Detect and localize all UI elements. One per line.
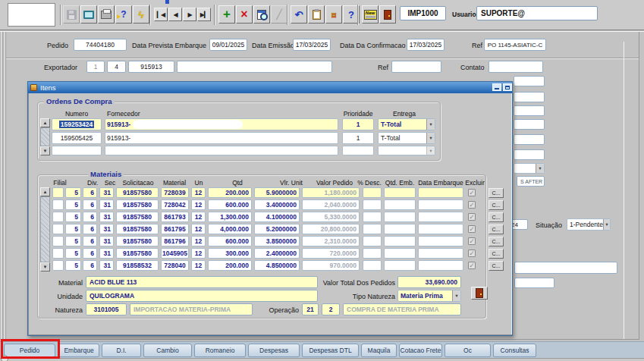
delete-record-button[interactable]: × <box>236 5 253 24</box>
chevron-down-icon[interactable]: ▼ <box>426 119 435 130</box>
tab-d-i[interactable]: D.I. <box>102 344 141 357</box>
background-field[interactable] <box>514 134 545 145</box>
materiais-cell[interactable] <box>52 187 64 198</box>
materiais-cell[interactable]: 6 <box>83 260 97 271</box>
materiais-cell[interactable]: 91857580 <box>116 212 159 222</box>
data-emissao-field[interactable]: 17/03/2025 <box>293 39 331 51</box>
undo-button[interactable]: ↶ <box>291 5 307 24</box>
materiais-cell[interactable] <box>363 248 382 259</box>
data-prevista-field[interactable]: 09/01/2025 <box>209 39 247 51</box>
excluir-checkbox[interactable]: ✓ <box>468 213 476 221</box>
materiais-cell[interactable]: 6 <box>83 199 97 210</box>
background-field[interactable] <box>514 76 545 86</box>
materiais-cell[interactable]: 31 <box>99 224 114 234</box>
situacao-combo[interactable]: 1-Pendente▼ <box>567 218 611 231</box>
print-button[interactable] <box>98 5 115 24</box>
materiais-cell[interactable]: 300.000 <box>208 248 252 259</box>
materiais-cell[interactable]: 6 <box>83 187 97 198</box>
screen-button[interactable] <box>80 5 97 24</box>
materiais-cell[interactable]: 5 <box>65 187 81 198</box>
materiais-cell[interactable]: 200.000 <box>208 187 252 198</box>
execute-button[interactable]: ϟ <box>133 5 149 24</box>
background-small-field[interactable] <box>514 278 554 288</box>
materiais-cell[interactable]: 5.2000000 <box>254 224 300 234</box>
materiais-cell[interactable]: 3.4000000 <box>254 199 300 210</box>
ordens-fornecedor-cell[interactable]: 915913- <box>105 118 338 130</box>
ordens-numero-cell[interactable]: 159505425 <box>52 132 102 144</box>
ordens-numero-cell[interactable] <box>52 146 102 155</box>
row-detail-button[interactable]: C... <box>488 249 504 259</box>
row-detail-button[interactable]: C... <box>488 224 504 234</box>
materiais-cell[interactable]: 6 <box>83 248 97 259</box>
close-detail-button[interactable] <box>471 287 488 300</box>
materiais-cell[interactable] <box>384 248 416 259</box>
tab-cotacao-frete[interactable]: Cotacao Frete <box>399 344 442 357</box>
materiais-cell[interactable] <box>52 224 64 234</box>
materiais-cell[interactable] <box>418 212 463 222</box>
add-record-button[interactable]: + <box>218 5 235 24</box>
materiais-cell[interactable]: 970.0000 <box>302 260 360 271</box>
materiais-cell[interactable]: 2,040.0000 <box>302 199 360 210</box>
materiais-cell[interactable] <box>384 187 416 198</box>
materiais-cell[interactable]: 91857580 <box>116 224 159 234</box>
nav-prev-button[interactable]: ◀ <box>168 8 182 21</box>
materiais-cell[interactable]: 4.8500000 <box>254 260 300 271</box>
materiais-cell[interactable] <box>418 260 463 271</box>
row-detail-button[interactable]: C... <box>488 261 504 271</box>
materiais-cell[interactable]: 12 <box>191 187 206 198</box>
tab-cambio[interactable]: Cambio <box>143 344 192 357</box>
materiais-cell[interactable]: 31 <box>99 248 114 259</box>
help-search-button[interactable]: ? <box>115 5 132 24</box>
materiais-cell[interactable]: 31 <box>99 212 114 222</box>
materiais-cell[interactable]: 600.000 <box>208 236 252 246</box>
tab-consultas[interactable]: Consultas <box>493 344 536 357</box>
materiais-cell[interactable] <box>363 187 382 198</box>
chevron-down-icon[interactable]: ▼ <box>452 290 460 301</box>
materiais-cell[interactable] <box>418 199 463 210</box>
excluir-checkbox[interactable]: ✓ <box>468 262 476 269</box>
currency-button[interactable]: ¤ <box>325 5 342 24</box>
ordens-prioridade-cell[interactable]: 1 <box>342 118 374 130</box>
materiais-cell[interactable]: 4.1000000 <box>254 212 300 222</box>
materiais-cell[interactable]: 728039 <box>161 187 189 198</box>
excluir-checkbox[interactable]: ✓ <box>468 201 476 209</box>
materiais-cell[interactable] <box>418 224 463 234</box>
scrollbar-track[interactable] <box>40 127 50 146</box>
ordens-fornecedor-cell[interactable]: 915913- <box>105 132 338 144</box>
materiais-cell[interactable]: 12 <box>191 224 206 234</box>
materiais-cell[interactable]: 5 <box>65 199 81 210</box>
toolbar-blank-field[interactable] <box>8 3 55 27</box>
row-detail-button[interactable]: C... <box>488 237 504 246</box>
materiais-cell[interactable]: 5 <box>65 248 81 259</box>
horizontal-scrollbar[interactable] <box>0 358 644 361</box>
materiais-cell[interactable] <box>384 212 416 222</box>
materiais-cell[interactable] <box>52 260 64 271</box>
materiais-cell[interactable]: 2.4000000 <box>254 248 300 259</box>
tipo-natureza-combo[interactable]: Materia Prima▼ <box>397 290 461 302</box>
payment-terms-field[interactable]: S AFTER B/ <box>517 176 545 187</box>
materiais-cell[interactable]: 12 <box>191 212 206 222</box>
edit-button[interactable]: ╱ <box>271 5 287 24</box>
materiais-cell[interactable]: 91857580 <box>116 187 159 198</box>
itens-window-titlebar[interactable]: Itens <box>28 82 512 93</box>
materiais-cell[interactable] <box>363 236 382 246</box>
excluir-checkbox[interactable]: ✓ <box>468 237 476 245</box>
chevron-down-icon[interactable]: ▼ <box>536 164 544 173</box>
chevron-down-icon[interactable]: ▼ <box>603 219 610 230</box>
ordens-prioridade-cell[interactable]: 1 <box>342 132 374 144</box>
ordens-numero-cell[interactable]: 159253424 <box>52 118 102 130</box>
new-record-button[interactable]: New <box>362 5 379 24</box>
exportador-field-2[interactable]: 4 <box>107 61 126 73</box>
clipboard-button[interactable] <box>308 5 325 24</box>
materiais-cell[interactable]: 200.000 <box>208 260 252 271</box>
materiais-cell[interactable]: 91858532 <box>116 260 159 271</box>
materiais-cell[interactable]: 91857580 <box>116 199 159 210</box>
pedido-field[interactable]: 74404180 <box>74 39 127 51</box>
tab-despesas[interactable]: Despesas <box>248 344 300 357</box>
query-button[interactable] <box>253 5 270 24</box>
materiais-cell[interactable]: 1,180.0000 <box>302 187 360 198</box>
materiais-cell[interactable]: 5 <box>65 236 81 246</box>
ordens-entrega-combo[interactable]: ▼ <box>378 146 435 155</box>
exit-button[interactable] <box>379 5 396 24</box>
row-detail-button[interactable]: C... <box>488 212 504 222</box>
